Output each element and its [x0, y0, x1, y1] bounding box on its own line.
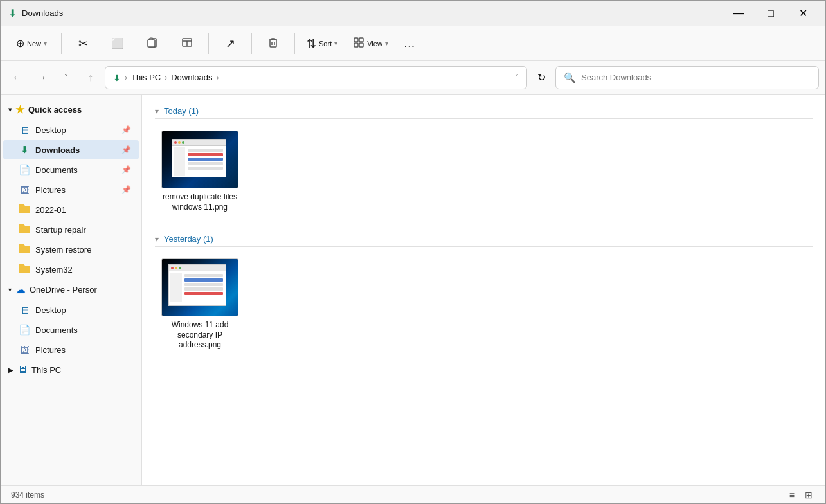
status-bar: 934 items ≡ ⊞ [1, 485, 825, 503]
sidebar-item-od-desktop[interactable]: 🖥 Desktop [3, 300, 139, 320]
search-box: 🔍 [555, 66, 819, 89]
sidebar-item-documents[interactable]: 📄 Documents 📌 [3, 160, 139, 179]
rename-icon [181, 37, 193, 50]
address-sep-2: › [165, 73, 167, 82]
documents-icon: 📄 [19, 164, 30, 176]
thumb-bg-2 [162, 259, 238, 316]
sidebar-item-desktop[interactable]: 🖥 Desktop 📌 [3, 120, 139, 140]
address-dropdown-chevron[interactable]: ˅ [515, 73, 519, 82]
thumb-row-2b [184, 278, 223, 282]
maximize-button[interactable]: □ [756, 3, 786, 24]
cut-button[interactable]: ✂ [67, 30, 99, 58]
new-label: New [27, 40, 41, 48]
file-thumbnail-1 [161, 130, 238, 188]
refresh-button[interactable]: ↻ [531, 68, 552, 88]
title-bar-icon: ⬇ [8, 7, 17, 19]
sidebar-item-2022[interactable]: 2022-01 [3, 200, 139, 219]
address-bar[interactable]: ⬇ › This PC › Downloads › ˅ [105, 66, 527, 89]
sidebar-item-sysrestore[interactable]: System restore [3, 240, 139, 259]
thumb-win-header-2 [169, 265, 226, 271]
pin-icon-desktop: 📌 [121, 125, 131, 134]
search-input[interactable] [581, 73, 811, 82]
od-pictures-icon: 🖼 [19, 345, 30, 356]
copy-icon: ⬜ [111, 39, 124, 49]
thispc-header[interactable]: ▶ 🖥 This PC [1, 360, 141, 379]
file-item-1[interactable]: remove duplicate files windows 11.png [155, 127, 245, 216]
paste-icon [147, 37, 158, 50]
up-button[interactable]: ↑ [80, 68, 101, 88]
svg-rect-1 [148, 40, 155, 47]
thumb-win-body-1 [172, 146, 226, 177]
group-today-chevron[interactable]: ▾ [155, 107, 159, 116]
quick-access-chevron: ▾ [8, 106, 12, 113]
svg-rect-5 [354, 38, 358, 42]
rename-button[interactable] [171, 30, 203, 58]
thumb-row-2c [184, 283, 223, 286]
sort-button[interactable]: ⇅ Sort ▾ [300, 30, 344, 58]
thumb-win-1 [172, 139, 226, 177]
folder-startup-icon [19, 224, 30, 235]
more-options-button[interactable]: … [397, 34, 422, 53]
paste-button[interactable] [136, 30, 168, 58]
thumb-row-2a [184, 274, 223, 277]
sidebar-item-downloads[interactable]: ⬇ Downloads 📌 [3, 140, 139, 159]
sidebar-item-sys32[interactable]: System32 [3, 260, 139, 279]
list-view-button[interactable]: ≡ [787, 489, 797, 501]
thumb-win-header-1 [172, 140, 226, 146]
folder-sys32-icon [19, 264, 30, 275]
thumb-sidebar-2 [170, 273, 182, 302]
new-button[interactable]: ⊕ New ▾ [7, 30, 56, 58]
view-toggles: ≡ ⊞ [787, 489, 815, 501]
item-count: 934 items [11, 491, 44, 500]
share-button[interactable]: ↗ [214, 30, 246, 58]
file-thumbnail-2 [161, 258, 238, 316]
thispc-chevron: ▶ [8, 366, 13, 374]
sort-icon: ⇅ [307, 38, 316, 50]
quick-access-header[interactable]: ▾ ★ Quick access [1, 100, 141, 120]
folder-sysrestore-icon [19, 244, 30, 255]
sidebar-item-pictures[interactable]: 🖼 Pictures 📌 [3, 180, 139, 199]
delete-icon [267, 37, 279, 50]
sidebar-item-od-documents[interactable]: 📄 Documents [3, 320, 139, 339]
toolbar-separator-1 [61, 33, 62, 54]
close-button[interactable]: ✕ [788, 3, 818, 24]
win-dot-r [174, 141, 177, 144]
files-grid-yesterday: Windows 11 add secondary IP address.png [155, 255, 813, 354]
win-dot-g [182, 141, 184, 144]
thumb-win-body-2 [169, 271, 226, 303]
recent-locations-button[interactable]: ˅ [56, 68, 76, 88]
minimize-button[interactable]: — [724, 3, 753, 24]
window-controls: — □ ✕ [724, 3, 818, 24]
forward-button[interactable]: → [31, 68, 52, 88]
thumb-row-1d [188, 162, 223, 165]
sort-label: Sort [319, 40, 332, 48]
pin-icon-pictures: 📌 [121, 185, 131, 194]
od-documents-icon: 📄 [19, 324, 30, 336]
group-today-header[interactable]: ▾ Today (1) [155, 101, 813, 119]
file-name-2: Windows 11 add secondary IP address.png [159, 320, 241, 350]
quick-access-label: Quick access [28, 105, 82, 114]
back-button[interactable]: ← [7, 68, 28, 88]
content-area: ▾ Today (1) [142, 94, 825, 485]
files-grid-today: remove duplicate files windows 11.png [155, 127, 813, 216]
group-yesterday-header[interactable]: ▾ Yesterday (1) [155, 229, 813, 247]
copy-button[interactable]: ⬜ [102, 30, 134, 58]
title-bar: ⬇ Downloads — □ ✕ [1, 1, 825, 26]
delete-button[interactable] [257, 30, 289, 58]
thumb-row-1b [188, 153, 223, 156]
win2-dot-g [179, 267, 181, 269]
view-button[interactable]: View ▾ [346, 30, 395, 58]
group-yesterday-chevron[interactable]: ▾ [155, 235, 159, 244]
svg-rect-6 [359, 38, 363, 42]
view-icon [353, 37, 364, 50]
svg-rect-4 [270, 40, 276, 47]
sidebar-item-startup[interactable]: Startup repair [3, 220, 139, 239]
onedrive-header[interactable]: ▾ ☁ OneDrive - Persor [1, 280, 141, 300]
pin-icon-documents: 📌 [121, 165, 131, 174]
grid-view-button[interactable]: ⊞ [802, 489, 815, 501]
svg-rect-8 [359, 43, 363, 47]
toolbar-separator-2 [208, 33, 209, 54]
sidebar-item-od-pictures[interactable]: 🖼 Pictures [3, 340, 139, 359]
file-item-2[interactable]: Windows 11 add secondary IP address.png [155, 255, 245, 354]
pin-icon-downloads: 📌 [121, 145, 131, 154]
